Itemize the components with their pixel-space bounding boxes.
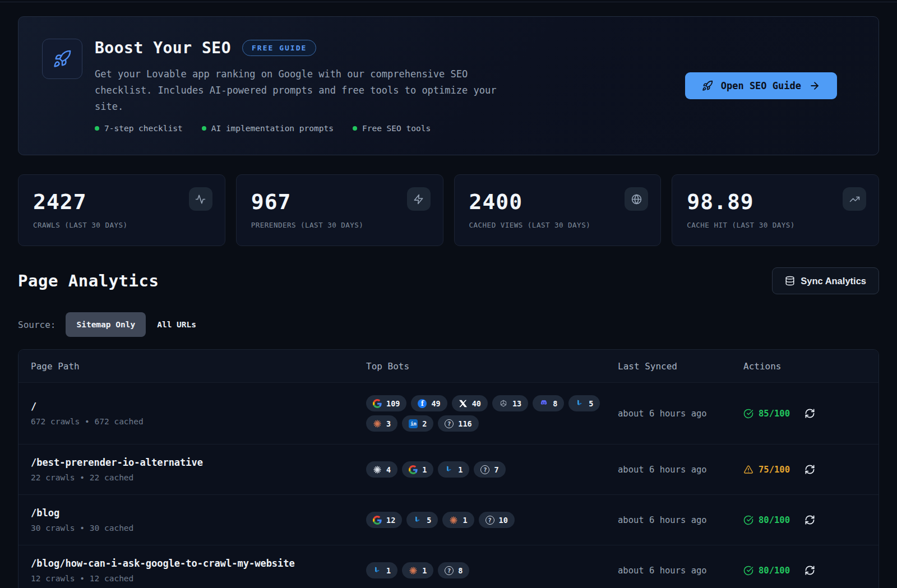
bot-badge-google: 12: [366, 512, 402, 528]
stats-row: 2427 CRAWLS (LAST 30 DAYS) 967 PRERENDER…: [18, 174, 879, 246]
bot-count: 1: [458, 465, 463, 474]
page-path-cell: /blog/how-can-i-ask-google-to-crawl-my-w…: [31, 558, 366, 583]
bot-badge-bing: 1: [438, 461, 469, 478]
bot-badge-discord: 8: [533, 395, 564, 411]
bot-badge-bing: 1: [366, 562, 397, 578]
seo-score: 85/100: [743, 409, 790, 419]
page-title: Page Analytics: [18, 271, 159, 290]
source-option-sitemap-only[interactable]: Sitemap Only: [66, 312, 146, 337]
top-bots-cell: 109f494013853in2?116: [366, 395, 613, 432]
database-icon: [785, 276, 795, 286]
table-row: / 672 crawls • 672 cached 109f494013853i…: [19, 382, 878, 444]
check-circle-icon: [743, 515, 753, 525]
actions-cell: 85/100: [743, 408, 866, 419]
table-row: /blog/how-can-i-ask-google-to-crawl-my-w…: [19, 545, 878, 588]
stat-value: 2400: [469, 189, 646, 214]
column-actions: Actions: [743, 361, 866, 372]
table-header: Page Path Top Bots Last Synced Actions: [19, 350, 878, 382]
page-path-cell: /best-prerender-io-alternative 22 crawls…: [31, 457, 366, 482]
claude-bot-icon: [449, 516, 458, 525]
page-path-link[interactable]: /: [31, 401, 366, 412]
rocket-icon: [702, 80, 713, 91]
bing-bot-icon: [413, 516, 422, 525]
seo-banner: Boost Your SEO FREE GUIDE Get your Lovab…: [18, 16, 879, 155]
bot-badge-unknown: ?7: [474, 461, 505, 478]
bot-count: 8: [553, 399, 557, 408]
crawl-meta: 30 crawls • 30 cached: [31, 524, 366, 533]
refresh-button[interactable]: [804, 464, 815, 475]
discord-bot-icon: [539, 399, 548, 408]
unknown-bot-icon: ?: [445, 419, 454, 428]
bot-badge-unknown: ?8: [438, 562, 469, 578]
feature-item: 7-step checklist: [95, 124, 183, 133]
stat-label: CRAWLS (LAST 30 DAYS): [33, 221, 210, 229]
unknown-bot-icon: ?: [445, 566, 454, 575]
sync-button-label: Sync Analytics: [801, 276, 866, 286]
bot-count: 7: [494, 465, 498, 474]
table-row: /blog 30 crawls • 30 cached 1251?10 abou…: [19, 494, 878, 545]
sync-analytics-button[interactable]: Sync Analytics: [772, 267, 879, 294]
bot-count: 1: [463, 516, 467, 525]
rocket-icon: [42, 39, 82, 79]
bot-count: 116: [458, 419, 471, 428]
column-page-path: Page Path: [31, 361, 366, 372]
google-bot-icon: [409, 465, 418, 474]
actions-cell: 80/100: [743, 515, 866, 525]
stat-label: CACHED VIEWS (LAST 30 DAYS): [469, 221, 646, 229]
bot-count: 12: [386, 516, 395, 525]
top-bots-cell: 411?7: [366, 461, 613, 478]
source-option-all-urls[interactable]: All URLs: [157, 320, 196, 329]
last-synced: about 6 hours ago: [618, 409, 743, 419]
bot-count: 40: [472, 399, 481, 408]
banner-content: Boost Your SEO FREE GUIDE Get your Lovab…: [42, 39, 516, 133]
activity-icon: [189, 187, 212, 211]
feature-label: 7-step checklist: [104, 124, 183, 133]
crawl-meta: 12 crawls • 12 cached: [31, 574, 366, 583]
google-bot-icon: [373, 516, 382, 525]
bot-count: 8: [458, 566, 463, 575]
page-path-link[interactable]: /blog: [31, 507, 366, 518]
bot-badge-facebook: f49: [411, 395, 447, 411]
bot-count: 2: [422, 419, 427, 428]
check-circle-icon: [743, 409, 753, 419]
page-path-link[interactable]: /blog/how-can-i-ask-google-to-crawl-my-w…: [31, 558, 366, 569]
last-synced: about 6 hours ago: [618, 566, 743, 576]
bing-bot-icon: [445, 465, 454, 474]
feature-item: AI implementation prompts: [202, 124, 334, 133]
bot-count: 3: [386, 419, 391, 428]
page-analytics-table: Page Path Top Bots Last Synced Actions /…: [18, 349, 879, 588]
refresh-button[interactable]: [804, 408, 815, 419]
bot-count: 1: [422, 465, 427, 474]
bot-badge-bing: 5: [406, 512, 438, 528]
bot-count: 5: [427, 516, 431, 525]
seo-score: 80/100: [743, 566, 790, 576]
bot-count: 4: [386, 465, 391, 474]
bot-badge-claude: 1: [442, 512, 474, 528]
score-value: 85/100: [759, 409, 790, 419]
actions-cell: 75/100: [743, 464, 866, 475]
feature-label: AI implementation prompts: [211, 124, 334, 133]
stat-card-cached-views: 2400 CACHED VIEWS (LAST 30 DAYS): [454, 174, 662, 246]
feature-label: Free SEO tools: [362, 124, 431, 133]
bot-count: 13: [512, 399, 521, 408]
open-seo-guide-button[interactable]: Open SEO Guide: [685, 72, 837, 99]
page-path-cell: / 672 crawls • 672 cached: [31, 401, 366, 426]
last-synced: about 6 hours ago: [618, 465, 743, 475]
openai-bot-icon: [499, 399, 508, 408]
banner-text-block: Boost Your SEO FREE GUIDE Get your Lovab…: [95, 39, 516, 133]
free-guide-badge: FREE GUIDE: [242, 40, 316, 56]
bot-badge-unknown: ?116: [438, 415, 478, 432]
banner-features: 7-step checklist AI implementation promp…: [95, 124, 516, 133]
unknown-bot-icon: ?: [486, 516, 494, 525]
cta-label: Open SEO Guide: [721, 80, 801, 91]
stat-label: CACHE HIT (LAST 30 DAYS): [687, 221, 864, 229]
stat-card-crawls: 2427 CRAWLS (LAST 30 DAYS): [18, 174, 225, 246]
bot-badge-ai: 4: [366, 461, 397, 478]
page-path-link[interactable]: /best-prerender-io-alternative: [31, 457, 366, 468]
ai-bot-icon: [373, 465, 382, 474]
bot-badge-x: 40: [452, 395, 488, 411]
refresh-button[interactable]: [804, 515, 815, 525]
top-bots-cell: 1251?10: [366, 512, 613, 528]
refresh-button[interactable]: [804, 565, 815, 576]
stat-value: 967: [251, 189, 428, 214]
